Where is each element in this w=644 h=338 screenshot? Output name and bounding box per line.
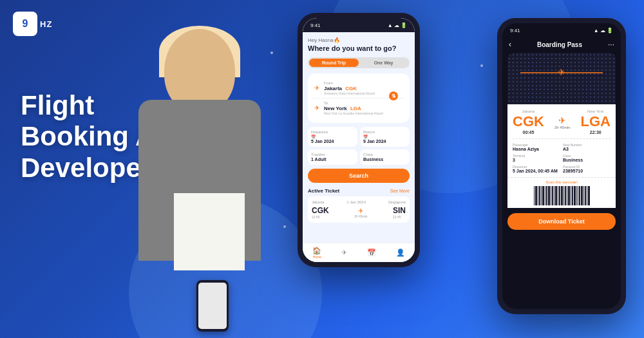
world-map-bg: ✈ bbox=[507, 53, 616, 104]
back-button[interactable]: ‹ bbox=[509, 40, 511, 49]
bar bbox=[539, 186, 540, 205]
bar bbox=[578, 186, 578, 205]
seat-detail: Seat Number A3 bbox=[563, 143, 611, 151]
map-plane-icon: ✈ bbox=[558, 67, 565, 77]
ticket-from-code: CGK bbox=[312, 206, 329, 215]
phone1-status-bar: 9:41 ▲ ☁ 🔋 bbox=[303, 18, 415, 32]
bar bbox=[534, 186, 535, 205]
passport-detail: Passport ID 23895710 bbox=[563, 165, 611, 173]
person-torso bbox=[138, 100, 261, 261]
airport-from: Jakarta CGK 00:45 bbox=[513, 109, 544, 135]
phone-search-inner: 9:41 ▲ ☁ 🔋 Hey Hasna🔥 Where do you want … bbox=[303, 18, 415, 262]
search-form-card: ✈ From Jakarta CGK Soekarno Hatto Intern… bbox=[308, 73, 410, 123]
bar bbox=[581, 186, 583, 205]
bar bbox=[555, 186, 557, 205]
from-time: 00:45 bbox=[513, 130, 544, 135]
departure-detail: Departure 5 Jan 2024, 00:45 AM bbox=[513, 165, 560, 173]
ticket-from-time: 12:50 bbox=[312, 215, 329, 219]
bottom-navigation: 🏠 Home ✈ 📅 👤 bbox=[303, 243, 415, 262]
nav-calendar[interactable]: 📅 bbox=[367, 249, 376, 257]
bar bbox=[588, 186, 590, 205]
bar bbox=[585, 186, 586, 205]
nav-home[interactable]: 🏠 Home bbox=[312, 247, 321, 259]
return-date-field[interactable]: Return 📅 9 Jan 2024 bbox=[360, 127, 410, 147]
boarding-pass-header: ‹ Boarding Pass ··· bbox=[502, 37, 621, 53]
bar bbox=[565, 186, 566, 205]
from-airport-code: CGK bbox=[513, 113, 544, 130]
bar bbox=[574, 186, 576, 205]
passport-value: 23895710 bbox=[563, 169, 611, 173]
logo: 9 HZ bbox=[13, 12, 52, 36]
person-phone bbox=[196, 280, 229, 332]
class-label: Class bbox=[363, 153, 406, 156]
greeting-text: Hey Hasna🔥 bbox=[308, 37, 410, 43]
to-field: To New York LGA New York La Guardia Inte… bbox=[324, 101, 383, 115]
to-field-row[interactable]: ✈ To New York LGA New York La Guardia In… bbox=[313, 99, 404, 118]
round-trip-btn[interactable]: Round Trip bbox=[309, 59, 359, 67]
phone1-icons: ▲ ☁ 🔋 bbox=[388, 23, 407, 28]
bar bbox=[561, 186, 563, 205]
boarding-plane-icon: ✈ bbox=[554, 115, 571, 126]
bar bbox=[538, 186, 538, 205]
ticket-date: 1 Jan 2024 bbox=[346, 200, 366, 204]
bar bbox=[567, 186, 567, 205]
active-ticket-header: Active Ticket See More bbox=[308, 188, 410, 194]
bar bbox=[572, 186, 573, 205]
class-field[interactable]: Class Business bbox=[360, 149, 410, 165]
phone1-content: Hey Hasna🔥 Where do you want to go? Roun… bbox=[303, 32, 415, 262]
bar bbox=[583, 186, 584, 205]
swap-icon[interactable]: ⇅ bbox=[389, 91, 398, 100]
bar bbox=[587, 186, 587, 205]
airports-row: Jakarta CGK 00:45 ✈ 2h 45min New York LG… bbox=[513, 109, 611, 135]
departure-date: 5 Jan 2024 bbox=[311, 139, 354, 144]
ticket-to-city: Singapore bbox=[388, 200, 406, 204]
to-time: 22:30 bbox=[581, 130, 611, 135]
seat-value: A3 bbox=[563, 147, 611, 151]
flight-duration: 2h 45min bbox=[554, 126, 571, 129]
nav-flights[interactable]: ✈ bbox=[341, 249, 347, 257]
search-question: Where do you want to go? bbox=[308, 44, 410, 52]
ticket-plane-icon: ✈ bbox=[332, 207, 390, 214]
bar bbox=[568, 186, 570, 205]
profile-icon: 👤 bbox=[396, 249, 405, 257]
search-button[interactable]: Search bbox=[308, 169, 410, 183]
map-dots bbox=[507, 53, 616, 104]
more-options-button[interactable]: ··· bbox=[608, 40, 614, 49]
return-label: Return bbox=[363, 130, 406, 134]
ticket-mini-header: Jakarta 1 Jan 2024 Singapore bbox=[312, 200, 406, 204]
bar bbox=[535, 186, 537, 205]
ticket-mini-route: CGK 12:50 ✈ 2h 45min SIN 12:45 bbox=[312, 206, 406, 219]
bar bbox=[546, 186, 547, 205]
return-date: 9 Jan 2024 bbox=[363, 139, 406, 144]
to-airport-name: New York La Guardia International Airpor… bbox=[324, 111, 383, 115]
pass-details-grid: Passenger Hasna Aziya Seat Number A3 Ter… bbox=[513, 143, 611, 173]
bar bbox=[571, 186, 571, 205]
to-city-code: New York LGA bbox=[324, 106, 383, 111]
one-way-btn[interactable]: One Way bbox=[359, 59, 408, 67]
bar bbox=[548, 186, 550, 205]
headline-line1: Flight bbox=[21, 90, 94, 120]
trip-toggle[interactable]: Round Trip One Way bbox=[308, 57, 410, 68]
ticket-from-city: Jakarta bbox=[312, 200, 325, 204]
traveler-field[interactable]: Traveler 1 Adult bbox=[308, 149, 357, 165]
see-more-link[interactable]: See More bbox=[390, 189, 410, 193]
mini-ticket-card[interactable]: Jakarta 1 Jan 2024 Singapore CGK 12:50 ✈… bbox=[308, 196, 410, 223]
class-value: Business bbox=[363, 157, 406, 162]
departure-date-field[interactable]: Departure 📅 5 Jan 2024 bbox=[308, 127, 357, 147]
nav-profile[interactable]: 👤 bbox=[396, 249, 405, 257]
bar bbox=[558, 186, 558, 205]
departure-detail-value: 5 Jan 2024, 00:45 AM bbox=[513, 169, 560, 173]
boarding-pass-title: Boarding Pass bbox=[537, 41, 582, 48]
phone2-time: 9:41 bbox=[510, 28, 520, 33]
ticket-route-right: SIN 12:45 bbox=[393, 206, 406, 219]
from-airport-name: Soekarno Hatto International Airport bbox=[324, 91, 375, 95]
divider-1 bbox=[513, 138, 611, 139]
ticket-duration: 2h 45min bbox=[332, 214, 390, 218]
ticket-to-code: SIN bbox=[393, 206, 406, 215]
from-field-row[interactable]: ✈ From Jakarta CGK Soekarno Hatto Intern… bbox=[313, 79, 404, 99]
departure-icon: 📅 bbox=[311, 135, 354, 139]
bar bbox=[564, 186, 564, 205]
download-ticket-button[interactable]: Download Ticket bbox=[507, 213, 616, 230]
bar bbox=[576, 186, 577, 205]
bar bbox=[542, 186, 544, 205]
